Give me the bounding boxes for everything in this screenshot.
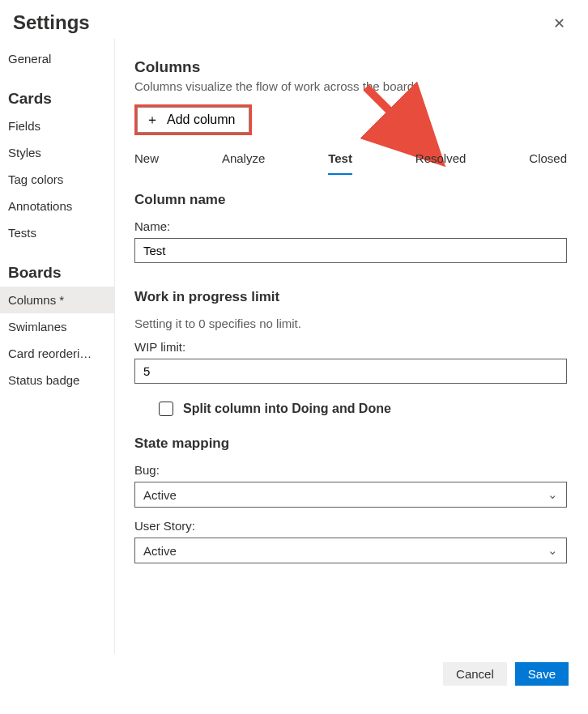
tab-closed[interactable]: Closed xyxy=(529,147,567,173)
cancel-button[interactable]: Cancel xyxy=(443,662,507,686)
sidebar-item-annotations[interactable]: Annotations xyxy=(0,193,114,219)
settings-dialog: Settings ✕ General Cards Fields Styles T… xyxy=(0,0,588,700)
bug-state-select[interactable]: Active ⌄ xyxy=(134,482,567,508)
sidebar-heading-boards: Boards xyxy=(0,246,114,287)
settings-sidebar: General Cards Fields Styles Tag colors A… xyxy=(0,39,115,654)
add-column-button[interactable]: ＋ Add column xyxy=(137,107,249,133)
columns-heading: Columns xyxy=(134,58,567,76)
split-column-label: Split column into Doing and Done xyxy=(183,402,391,416)
bug-label: Bug: xyxy=(134,463,567,477)
sidebar-item-styles[interactable]: Styles xyxy=(0,139,114,166)
add-column-label: Add column xyxy=(167,113,236,127)
sidebar-item-tests[interactable]: Tests xyxy=(0,219,114,246)
sidebar-item-fields[interactable]: Fields xyxy=(0,113,114,139)
columns-description: Columns visualize the flow of work acros… xyxy=(134,79,567,93)
user-story-state-select[interactable]: Active ⌄ xyxy=(134,538,567,563)
tab-test[interactable]: Test xyxy=(328,147,352,173)
chevron-down-icon: ⌄ xyxy=(548,543,558,558)
dialog-header: Settings ✕ xyxy=(0,0,588,39)
state-mapping-heading: State mapping xyxy=(134,436,567,452)
wip-label: WIP limit: xyxy=(134,340,567,354)
sidebar-heading-cards: Cards xyxy=(0,72,114,113)
user-story-state-value: Active xyxy=(143,544,177,558)
bug-state-value: Active xyxy=(143,488,177,502)
sidebar-item-columns[interactable]: Columns * xyxy=(0,287,114,313)
svg-line-1 xyxy=(366,87,423,144)
add-column-highlight: ＋ Add column xyxy=(134,104,252,135)
chevron-down-icon: ⌄ xyxy=(548,487,558,502)
dialog-title: Settings xyxy=(13,11,90,34)
sidebar-item-general[interactable]: General xyxy=(0,45,114,72)
close-icon: ✕ xyxy=(553,15,565,32)
tab-analyze[interactable]: Analyze xyxy=(222,147,265,173)
dialog-footer: Cancel Save xyxy=(0,654,588,700)
plus-icon: ＋ xyxy=(146,113,159,126)
wip-heading: Work in progress limit xyxy=(134,289,567,305)
name-label: Name: xyxy=(134,219,567,233)
wip-hint: Setting it to 0 specifies no limit. xyxy=(134,317,567,330)
column-name-input[interactable] xyxy=(134,238,567,263)
split-column-row[interactable]: Split column into Doing and Done xyxy=(159,402,567,416)
close-button[interactable]: ✕ xyxy=(550,11,569,36)
wip-limit-input[interactable] xyxy=(134,359,567,384)
column-name-heading: Column name xyxy=(134,192,567,208)
sidebar-item-card-reordering[interactable]: Card reorderi… xyxy=(0,340,114,367)
save-button[interactable]: Save xyxy=(515,662,569,686)
split-column-checkbox[interactable] xyxy=(159,402,173,416)
tab-resolved[interactable]: Resolved xyxy=(415,147,467,173)
sidebar-item-swimlanes[interactable]: Swimlanes xyxy=(0,313,114,340)
sidebar-item-tag-colors[interactable]: Tag colors xyxy=(0,166,114,193)
main-panel: Columns Columns visualize the flow of wo… xyxy=(115,39,588,654)
sidebar-item-status-badge[interactable]: Status badge xyxy=(0,367,114,393)
user-story-label: User Story: xyxy=(134,519,567,533)
column-tabs: New Analyze Test Resolved Closed xyxy=(134,147,567,174)
tab-new[interactable]: New xyxy=(134,147,159,173)
